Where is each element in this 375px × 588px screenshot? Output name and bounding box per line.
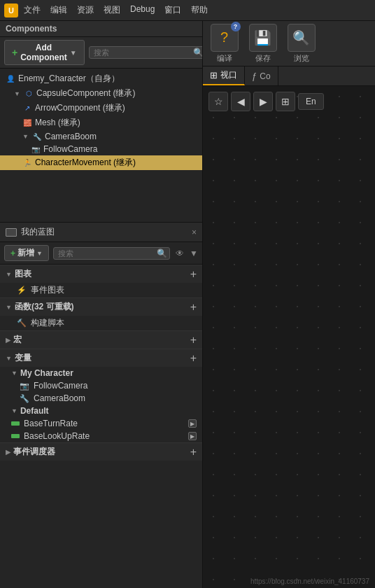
event-graph-item[interactable]: ⚡ 事件图表 [0,283,202,298]
components-search-wrapper: 🔍 [89,46,203,59]
nav-forward-button[interactable]: ▶ [253,92,273,111]
watermark: https://blog.csdn.net/weixin_41160737 [250,578,369,585]
tab-code[interactable]: ƒ Co [245,66,278,85]
new-label: 新增 [17,247,34,259]
arrow-open-icon: ▼ [14,90,21,97]
construction-script-label: 构建脚本 [31,317,64,329]
right-panel: ? ? 编译 💾 保存 🔍 浏览 ⊞ 视口 ƒ Co [203,21,375,588]
functions-add-button[interactable]: + [190,302,197,313]
components-search-input[interactable] [89,46,203,59]
components-title: Components [6,24,57,34]
blueprint-toolbar: + 新增 ▼ 🔍 👁 ▼ [0,242,202,265]
event-dispatcher-label: 事件调度器 [13,446,55,458]
add-icon: + [12,47,17,58]
variables-section-header[interactable]: ▼ 变量 + [0,349,202,367]
right-toolbar: ? ? 编译 💾 保存 🔍 浏览 [203,21,375,66]
construction-script-icon: 🔨 [17,318,27,328]
menu-file[interactable]: 文件 [24,4,41,16]
event-dispatcher-section: ▶ 事件调度器 + [0,442,202,461]
macros-add-button[interactable]: + [190,335,197,346]
components-search-icon[interactable]: 🔍 [193,48,203,57]
tree-item-cameraboom[interactable]: ▼ 🔧 CameraBoom [0,130,202,143]
new-plus-icon: + [10,248,15,258]
blueprint-search-wrapper: 🔍 [53,247,170,260]
tree-item-movement[interactable]: 🏃 CharacterMovement (继承) [0,155,202,170]
browse-label: 浏览 [294,53,309,64]
add-component-label: Add Component [20,43,67,62]
graph-breadcrumb: En [298,93,324,110]
tree-item-capsule-label: CapsuleComponent (继承) [36,88,135,99]
mesh-icon: 🧱 [22,118,32,128]
blueprint-close-button[interactable]: × [192,227,197,237]
event-arrow-icon: ▶ [6,449,10,456]
menu-debug[interactable]: Debug [130,4,155,16]
dropdown-options-icon[interactable]: ▼ [190,248,198,258]
baseturntrate-item[interactable]: BaseTurnRate ▶ [0,417,202,430]
tree-item-mesh[interactable]: 🧱 Mesh (继承) [0,115,202,130]
menu-asset[interactable]: 资源 [77,4,94,16]
browse-button[interactable]: 🔍 浏览 [285,24,317,64]
tree-item-capsule[interactable]: ▼ ⬡ CapsuleComponent (继承) [0,86,202,101]
arrow-component-icon: ↗ [22,104,32,113]
logo-icon: U [4,4,18,18]
baselookuprate-item[interactable]: BaseLookUpRate ▶ [0,430,202,442]
default-group-label: Default [20,406,49,416]
tree-item-mesh-label: Mesh (继承) [35,117,80,129]
followcamera-icon: 📷 [31,144,41,154]
movement-icon: 🏃 [22,158,32,168]
blueprint-search-input[interactable] [53,247,170,260]
menu-edit[interactable]: 编辑 [50,4,67,16]
tree-item-cameraboom-label: CameraBoom [45,132,97,141]
menu-help[interactable]: 帮助 [191,4,208,16]
eye-icon[interactable]: 👁 [176,248,184,258]
add-component-button[interactable]: + Add Component ▼ [4,40,85,65]
new-button[interactable]: + 新增 ▼ [4,245,49,261]
blueprint-search-icon[interactable]: 🔍 [157,248,167,258]
default-group: ▼ Default [0,405,202,417]
nav-star-button[interactable]: ☆ [208,92,228,111]
dropdown-arrow-icon: ▼ [70,49,77,57]
variables-section-title: ▼ 变量 [6,352,31,364]
event-dispatcher-title: ▶ 事件调度器 [6,446,55,458]
functions-arrow-icon: ▼ [6,304,12,311]
graph-add-button[interactable]: + [190,269,197,280]
blueprint-title: 我的蓝图 [21,226,55,238]
tree-item-followcamera[interactable]: 📷 FollowCamera [0,143,202,155]
compile-button[interactable]: ? ? 编译 [208,24,240,64]
baseturnrate-arrow-icon[interactable]: ▶ [188,419,197,428]
followcamera-var-icon: 📷 [20,382,29,391]
blueprint-icon [6,228,17,237]
cameraboom-var-item[interactable]: 🔧 CameraBoom [0,392,202,405]
mycharacter-group: ▼ My Character [0,367,202,379]
save-button[interactable]: 💾 保存 [247,24,278,64]
code-tab-icon: ƒ [252,71,257,81]
tab-viewport[interactable]: ⊞ 视口 [203,66,245,85]
tree-item-arrow[interactable]: ↗ ArrowComponent (继承) [0,101,202,115]
menu-window[interactable]: 窗口 [164,4,181,16]
construction-script-item[interactable]: 🔨 构建脚本 [0,316,202,330]
baselookuprate-label: BaseLookUpRate [24,431,90,441]
functions-section-title: ▼ 函数(32 可重载) [6,301,74,313]
menu-view[interactable]: 视图 [104,4,120,16]
followcamera-var-item[interactable]: 📷 FollowCamera [0,379,202,392]
tree-item-enemy-label: Enemy_Character（自身） [18,73,120,85]
components-toolbar: + Add Component ▼ 🔍 [0,37,202,69]
new-arrow-icon: ▼ [36,250,43,257]
components-header: Components [0,21,202,37]
tree-item-enemy[interactable]: 👤 Enemy_Character（自身） [0,71,202,86]
event-add-button[interactable]: + [190,447,197,458]
baselookuprate-arrow-icon[interactable]: ▶ [188,432,197,440]
save-icon: 💾 [249,24,277,52]
tab-viewport-label: 视口 [220,69,237,81]
menu-items: 文件 编辑 资源 视图 Debug 窗口 帮助 [24,4,208,16]
graph-nav: ☆ ◀ ▶ ⊞ En [208,92,324,111]
graph-area: ☆ ◀ ▶ ⊞ En [203,86,375,588]
compile-badge: ? [231,22,241,31]
macros-section-header[interactable]: ▶ 宏 + [0,330,202,349]
functions-section-header[interactable]: ▼ 函数(32 可重载) + [0,298,202,316]
tab-code-label: Co [260,71,270,81]
graph-section-header[interactable]: ▼ 图表 + [0,265,202,283]
nav-grid-button[interactable]: ⊞ [276,92,295,111]
nav-back-button[interactable]: ◀ [231,92,250,111]
variables-add-button[interactable]: + [190,353,197,364]
